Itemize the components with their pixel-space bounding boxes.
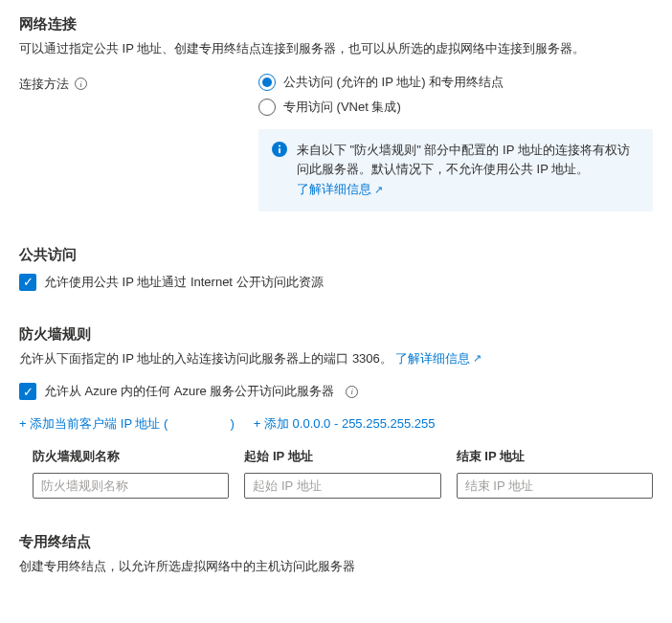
fw-start-ip-input[interactable] [244, 473, 440, 499]
radio-private-access[interactable]: 专用访问 (VNet 集成) [258, 99, 653, 116]
svg-rect-2 [279, 147, 280, 153]
radio-button-icon [258, 74, 276, 91]
public-access-checkbox-label: 允许使用公共 IP 地址通过 Internet 公开访问此资源 [44, 274, 324, 291]
firewall-desc: 允许从下面指定的 IP 地址的入站连接访问此服务器上的端口 3306。 了解详细… [19, 349, 653, 368]
add-current-ip-link[interactable]: + 添加当前客户端 IP 地址 ( ) [19, 415, 235, 433]
add-range-link[interactable]: + 添加 0.0.0.0 - 255.255.255.255 [254, 415, 436, 433]
fw-col-start-header: 起始 IP 地址 [244, 448, 440, 465]
info-icon[interactable]: i [346, 386, 358, 398]
network-heading: 网络连接 [19, 15, 653, 33]
firewall-rules-table: 防火墙规则名称 起始 IP 地址 结束 IP 地址 [19, 448, 653, 499]
network-desc: 可以通过指定公共 IP 地址、创建专用终结点连接到服务器，也可以从所选的虚拟网络… [19, 39, 653, 58]
connect-method-label: 连接方法 [19, 76, 69, 93]
checkmark-icon: ✓ [23, 386, 34, 398]
private-endpoint-desc: 创建专用终结点，以允许所选虚拟网络中的主机访问此服务器 [19, 557, 653, 576]
radio-button-icon [258, 99, 276, 116]
info-text: 来自以下 "防火墙规则" 部分中配置的 IP 地址的连接将有权访问此服务器。默认… [297, 143, 630, 177]
svg-point-1 [279, 145, 280, 146]
fw-col-name-header: 防火墙规则名称 [33, 448, 229, 465]
fw-col-end-header: 结束 IP 地址 [457, 448, 653, 465]
external-link-icon: ↗ [473, 350, 482, 367]
firewall-learn-more-link[interactable]: 了解详细信息 ↗ [395, 349, 482, 368]
info-icon [272, 142, 287, 157]
connect-method-radio-group: 公共访问 (允许的 IP 地址) 和专用终结点 专用访问 (VNet 集成) [258, 74, 653, 116]
info-callout: 来自以下 "防火墙规则" 部分中配置的 IP 地址的连接将有权访问此服务器。默认… [258, 129, 653, 211]
radio-public-access[interactable]: 公共访问 (允许的 IP 地址) 和专用终结点 [258, 74, 653, 91]
learn-more-link[interactable]: 了解详细信息 ↗ [297, 180, 383, 200]
allow-azure-checkbox[interactable]: ✓ [19, 383, 36, 400]
checkmark-icon: ✓ [23, 276, 34, 288]
firewall-heading: 防火墙规则 [19, 325, 653, 344]
fw-end-ip-input[interactable] [457, 473, 653, 499]
radio-private-label: 专用访问 (VNet 集成) [283, 99, 401, 116]
public-access-checkbox[interactable]: ✓ [19, 274, 36, 291]
info-icon[interactable]: i [75, 78, 87, 90]
external-link-icon: ↗ [374, 182, 383, 199]
allow-azure-label: 允许从 Azure 内的任何 Azure 服务公开访问此服务器 [44, 383, 334, 400]
public-access-heading: 公共访问 [19, 246, 653, 264]
private-endpoint-heading: 专用终结点 [19, 533, 653, 551]
fw-rule-name-input[interactable] [33, 473, 229, 499]
radio-public-label: 公共访问 (允许的 IP 地址) 和专用终结点 [283, 74, 504, 91]
